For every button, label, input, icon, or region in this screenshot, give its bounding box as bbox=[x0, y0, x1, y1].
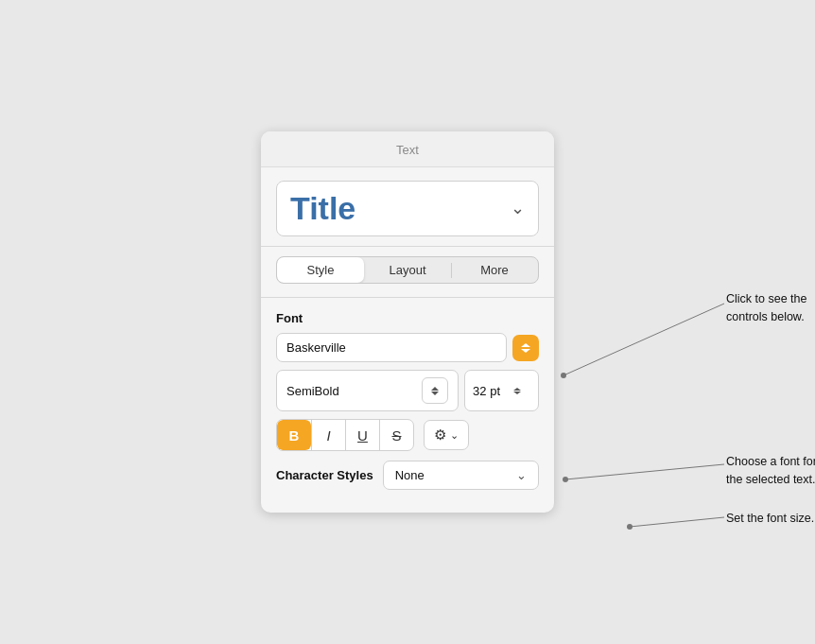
svg-line-6 bbox=[564, 304, 724, 375]
tab-layout[interactable]: Layout bbox=[364, 257, 451, 283]
font-size-value: 32 pt bbox=[473, 384, 500, 398]
svg-marker-2 bbox=[431, 387, 439, 391]
divider-1 bbox=[261, 246, 554, 247]
svg-line-10 bbox=[630, 517, 724, 527]
font-annotation: Choose a font forthe selected text. bbox=[726, 453, 815, 489]
tabs-bar: Style Layout More bbox=[276, 256, 539, 284]
chevron-down-icon-2: ⌄ bbox=[516, 468, 527, 482]
svg-point-11 bbox=[627, 524, 633, 530]
format-row: B I U S ⚙ ⌄ bbox=[276, 419, 539, 451]
font-style-row: SemiBold 32 pt bbox=[276, 370, 539, 411]
gear-chevron-icon: ⌄ bbox=[450, 429, 459, 442]
font-size-field[interactable]: 32 pt bbox=[464, 370, 539, 411]
chevron-down-icon: ⌄ bbox=[511, 198, 525, 218]
tabs-annotation: Click to see thecontrols below. bbox=[726, 290, 815, 326]
svg-marker-1 bbox=[521, 349, 530, 353]
panel-title: Text bbox=[261, 131, 554, 167]
font-name-row: Baskerville bbox=[276, 333, 539, 362]
character-styles-value: None bbox=[395, 468, 425, 482]
svg-point-9 bbox=[563, 477, 568, 482]
font-name-value: Baskerville bbox=[286, 340, 346, 355]
character-styles-label: Character Styles bbox=[276, 468, 373, 482]
gear-icon: ⚙ bbox=[434, 426, 446, 444]
format-button-group: B I U S bbox=[276, 419, 414, 451]
strikethrough-button[interactable]: S bbox=[379, 420, 413, 450]
font-section-label: Font bbox=[276, 311, 539, 325]
svg-marker-5 bbox=[513, 392, 521, 394]
gear-dropdown-button[interactable]: ⚙ ⌄ bbox=[424, 420, 469, 450]
size-annotation: Set the font size. bbox=[726, 510, 815, 528]
style-dropdown-title: Title bbox=[290, 191, 355, 226]
italic-button[interactable]: I bbox=[311, 420, 345, 450]
character-styles-row: Character Styles None ⌄ bbox=[276, 461, 539, 490]
svg-marker-3 bbox=[431, 392, 439, 395]
tab-more[interactable]: More bbox=[451, 257, 538, 283]
text-panel: Text Title ⌄ Style Layout More Font Bask… bbox=[261, 131, 554, 513]
font-name-stepper[interactable] bbox=[512, 335, 539, 361]
underline-button[interactable]: U bbox=[345, 420, 379, 450]
svg-marker-0 bbox=[521, 343, 530, 347]
font-style-stepper[interactable] bbox=[422, 377, 448, 404]
character-styles-dropdown[interactable]: None ⌄ bbox=[383, 461, 539, 490]
font-name-field[interactable]: Baskerville bbox=[276, 333, 507, 362]
svg-line-8 bbox=[565, 464, 724, 479]
svg-marker-4 bbox=[513, 388, 521, 391]
font-style-value: SemiBold bbox=[286, 384, 339, 398]
divider-2 bbox=[261, 297, 554, 298]
bold-button[interactable]: B bbox=[277, 420, 311, 450]
tab-style[interactable]: Style bbox=[277, 257, 364, 283]
svg-point-7 bbox=[561, 373, 566, 378]
style-dropdown[interactable]: Title ⌄ bbox=[276, 181, 539, 236]
font-style-field[interactable]: SemiBold bbox=[276, 370, 459, 411]
font-size-stepper[interactable] bbox=[504, 377, 530, 404]
